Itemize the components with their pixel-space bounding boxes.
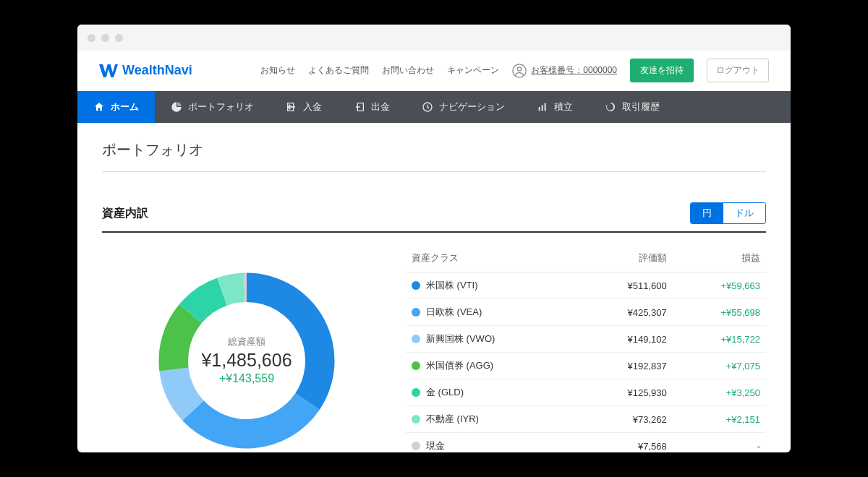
donut-chart: 総資産額 ¥1,485,606 +¥143,559	[102, 244, 391, 452]
brand-name: WealthNavi	[122, 63, 192, 78]
traffic-light-min[interactable]	[101, 34, 109, 42]
total-label: 総資産額	[201, 335, 292, 348]
traffic-light-max[interactable]	[115, 34, 123, 42]
asset-name: 新興国株 (VWO)	[426, 332, 495, 345]
asset-table: 資産クラス 評価額 損益 米国株 (VTI)¥511,600+¥59,663日欧…	[406, 244, 766, 452]
th-valuation: 評価額	[579, 244, 673, 272]
customer-number[interactable]: お客様番号：0000000	[512, 64, 617, 78]
logout-button[interactable]: ログアウト	[707, 59, 769, 82]
nav-history[interactable]: 取引履歴	[589, 91, 676, 123]
asset-name: 日欧株 (VEA)	[426, 306, 482, 319]
asset-pl: +¥3,250	[673, 379, 766, 406]
toggle-yen[interactable]: 円	[691, 203, 723, 223]
total-value: ¥1,485,606	[201, 350, 292, 371]
nav-portfolio[interactable]: ポートフォリオ	[155, 91, 270, 123]
table-row: 米国債券 (AGG)¥192,837+¥7,075	[406, 353, 766, 379]
header: WealthNavi お知らせ よくあるご質問 お問い合わせ キャンペーン お客…	[77, 51, 791, 91]
color-swatch	[412, 442, 420, 450]
table-row: 不動産 (IYR)¥73,262+¥2,151	[406, 406, 766, 433]
table-row: 新興国株 (VWO)¥149,102+¥15,722	[406, 326, 766, 353]
nav-withdraw-label: 出金	[371, 100, 390, 113]
asset-valuation: ¥511,600	[579, 272, 673, 299]
customer-number-text: お客様番号：0000000	[531, 64, 617, 77]
asset-pl: +¥15,722	[673, 326, 766, 353]
asset-valuation: ¥7,568	[579, 433, 673, 453]
nav-home-label: ホーム	[111, 100, 139, 113]
color-swatch	[412, 388, 420, 397]
asset-valuation: ¥425,307	[579, 299, 673, 326]
color-swatch	[412, 308, 420, 317]
app-window: WealthNavi お知らせ よくあるご質問 お問い合わせ キャンペーン お客…	[77, 25, 791, 452]
link-campaign[interactable]: キャンペーン	[447, 64, 499, 77]
home-icon	[93, 101, 105, 113]
nav-installment[interactable]: 積立	[521, 91, 589, 123]
section-title: 資産内訳	[102, 206, 148, 221]
donut-slice	[182, 393, 320, 448]
link-faq[interactable]: よくあるご質問	[308, 64, 369, 77]
color-swatch	[412, 281, 420, 290]
asset-pl: +¥55,698	[673, 299, 766, 326]
main-nav: ホーム ポートフォリオ 入金 出金 ナビゲーション 積立 取引履歴	[77, 91, 791, 123]
link-notice[interactable]: お知らせ	[260, 64, 295, 77]
asset-cell: 新興国株 (VWO)	[412, 332, 574, 345]
asset-cell: 現金	[412, 439, 574, 452]
traffic-light-close[interactable]	[88, 34, 95, 42]
asset-name: 金 (GLD)	[426, 386, 464, 399]
asset-valuation: ¥192,837	[579, 353, 673, 379]
color-swatch	[412, 335, 420, 343]
table-row: 日欧株 (VEA)¥425,307+¥55,698	[406, 299, 766, 326]
color-swatch	[412, 361, 420, 370]
th-asset-class: 資産クラス	[406, 244, 579, 272]
asset-pl: +¥2,151	[673, 406, 766, 433]
asset-name: 米国株 (VTI)	[426, 279, 478, 292]
header-links: お知らせ よくあるご質問 お問い合わせ キャンペーン お客様番号：0000000…	[260, 59, 769, 82]
asset-cell: 不動産 (IYR)	[412, 413, 574, 426]
asset-pl: -	[673, 433, 766, 453]
asset-name: 米国債券 (AGG)	[426, 359, 493, 372]
compass-icon	[422, 101, 433, 113]
bars-icon	[537, 101, 548, 113]
nav-withdraw[interactable]: 出金	[338, 91, 406, 123]
currency-toggle: 円 ドル	[690, 202, 766, 224]
table-row: 米国株 (VTI)¥511,600+¥59,663	[406, 272, 766, 299]
nav-history-label: 取引履歴	[622, 100, 660, 113]
asset-name: 不動産 (IYR)	[426, 413, 479, 426]
withdraw-icon	[354, 101, 365, 113]
asset-pl: +¥59,663	[673, 272, 766, 299]
toggle-dollar[interactable]: ドル	[723, 203, 765, 223]
pie-icon	[171, 101, 182, 113]
portfolio-body: 総資産額 ¥1,485,606 +¥143,559 資産クラス 評価額 損益 米…	[102, 244, 766, 452]
donut-center: 総資産額 ¥1,485,606 +¥143,559	[201, 335, 292, 385]
asset-valuation: ¥73,262	[579, 406, 673, 433]
nav-portfolio-label: ポートフォリオ	[188, 100, 254, 113]
nav-home[interactable]: ホーム	[77, 91, 155, 123]
nav-installment-label: 積立	[554, 100, 573, 113]
asset-cell: 米国債券 (AGG)	[412, 359, 574, 372]
nav-navigation[interactable]: ナビゲーション	[406, 91, 521, 123]
nav-deposit-label: 入金	[303, 100, 322, 113]
nav-deposit[interactable]: 入金	[270, 91, 338, 123]
user-icon	[512, 64, 527, 78]
svg-rect-4	[542, 105, 543, 111]
asset-valuation: ¥149,102	[579, 326, 673, 353]
asset-name: 現金	[426, 439, 445, 452]
brand-logo[interactable]: WealthNavi	[99, 63, 192, 78]
logo-icon	[99, 64, 118, 78]
table-row: 金 (GLD)¥125,930+¥3,250	[406, 379, 766, 406]
asset-table-wrap: 資産クラス 評価額 損益 米国株 (VTI)¥511,600+¥59,663日欧…	[406, 244, 766, 452]
deposit-icon	[286, 101, 297, 113]
invite-button[interactable]: 友達を招待	[630, 59, 694, 82]
titlebar	[77, 25, 791, 51]
th-pl: 損益	[673, 244, 766, 272]
asset-cell: 金 (GLD)	[412, 386, 574, 399]
content: ポートフォリオ 資産内訳 円 ドル 総資産額 ¥1,485,606 +¥143,…	[77, 123, 791, 452]
link-contact[interactable]: お問い合わせ	[382, 64, 434, 77]
asset-cell: 日欧株 (VEA)	[412, 306, 574, 319]
asset-pl: +¥7,075	[673, 353, 766, 379]
svg-rect-3	[539, 107, 540, 111]
svg-rect-5	[545, 103, 546, 111]
nav-navigation-label: ナビゲーション	[439, 100, 505, 113]
color-swatch	[412, 415, 420, 424]
history-icon	[605, 101, 616, 113]
total-change: +¥143,559	[201, 372, 292, 385]
